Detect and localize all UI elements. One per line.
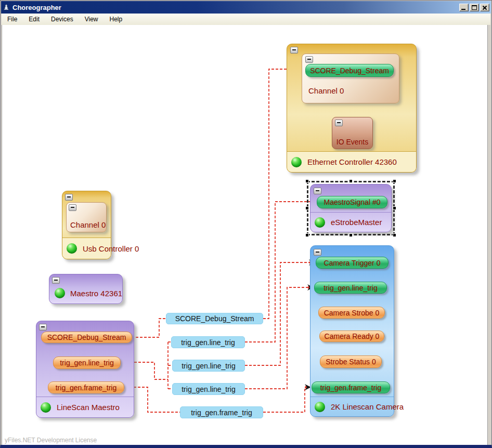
port-pill[interactable]: trig_gen.line_trig (53, 357, 121, 369)
menu-devices[interactable]: Devices (45, 14, 79, 24)
node-estrobemaster[interactable]: MaestroSignal #0 eStrobeMaster (310, 184, 392, 232)
selection-handle[interactable] (349, 179, 353, 183)
status-led (315, 402, 325, 412)
port-pill[interactable]: SCORE_Debug_Stream (41, 332, 132, 343)
collapse-button[interactable] (335, 120, 343, 126)
edge-label[interactable]: trig_gen.frame_trig (180, 406, 263, 418)
node-2k-linescan-camera[interactable]: Camera Trigger 0 trig_gen.line_trig Came… (310, 245, 394, 417)
collapse-button[interactable] (314, 188, 321, 194)
port-pill[interactable]: SCORE_Debug_Stream (305, 64, 394, 77)
port-pill[interactable]: MaestroSignal #0 (317, 196, 387, 208)
node-footer: eStrobeMaster (310, 212, 391, 232)
node-footer: 2K Linescan Camera (310, 397, 394, 416)
node-title: Ethernet Controller 42360 (307, 157, 397, 166)
node-title: 2K Linescan Camera (331, 402, 404, 411)
selection-handle[interactable] (393, 206, 396, 210)
status-led (291, 157, 302, 167)
channel-label: Channel 0 (308, 86, 344, 95)
connection-edge[interactable] (245, 287, 309, 389)
minimize-icon (461, 9, 465, 10)
node-usb-channel-group[interactable]: Channel 0 (66, 202, 107, 232)
connection-edge[interactable] (263, 387, 307, 412)
collapse-button[interactable] (39, 324, 47, 331)
port-pill[interactable]: trig_gen.frame_trig (312, 381, 390, 393)
node-footer: Usb Controller 0 (62, 238, 111, 259)
close-button[interactable] (480, 4, 489, 11)
status-led (315, 217, 325, 228)
maximize-button[interactable] (470, 4, 479, 11)
port-pill[interactable]: Camera Trigger 0 (316, 257, 389, 269)
port-pill[interactable]: Camera Strobe 0 (318, 307, 385, 319)
collapse-button[interactable] (290, 47, 298, 54)
node-ethernet-channel-group[interactable]: SCORE_Debug_Stream Channel 0 (302, 54, 399, 103)
collapse-button[interactable] (305, 56, 313, 63)
edge-label[interactable]: SCORE_Debug_Stream (166, 313, 263, 324)
app-icon (3, 4, 10, 11)
window-title: Choreographer (12, 4, 61, 11)
selection-handle[interactable] (305, 233, 309, 237)
edge-label[interactable]: trig_gen.line_trig (172, 360, 245, 372)
maximize-icon (472, 5, 477, 10)
collapse-button[interactable] (69, 204, 76, 211)
window-controls (458, 4, 489, 11)
port-pill[interactable]: trig_gen.frame_trig (48, 381, 124, 393)
node-title: Maestro 42361 (70, 289, 122, 298)
channel-label: Channel 0 (70, 220, 106, 229)
node-footer: LineScan Maestro (36, 397, 134, 417)
io-events-label: IO Events (332, 138, 372, 146)
menu-bar: File Edit Devices View Help (2, 14, 490, 25)
port-pill[interactable]: trig_gen.line_trig (314, 282, 387, 294)
menu-view[interactable]: View (79, 14, 104, 24)
node-io-events[interactable]: IO Events (332, 117, 373, 149)
menu-help[interactable]: Help (104, 14, 128, 24)
status-led (41, 402, 51, 413)
port-pill[interactable]: Strobe Status 0 (320, 355, 382, 368)
selection-handle[interactable] (305, 179, 309, 183)
graph-canvas[interactable]: SCORE_Debug_Stream Channel 0 IO Events E… (2, 25, 488, 445)
status-led (55, 288, 65, 298)
minimize-button[interactable] (459, 4, 469, 11)
node-title: LineScan Maestro (57, 403, 120, 412)
selection-handle[interactable] (393, 233, 396, 237)
menu-edit[interactable]: Edit (23, 14, 45, 24)
collapse-button[interactable] (52, 277, 60, 284)
app-window: Choreographer File Edit Devices View Hel… (0, 0, 492, 448)
node-maestro[interactable]: Maestro 42361 (49, 274, 123, 304)
selection-handle[interactable] (305, 206, 309, 210)
node-ethernet-controller[interactable]: SCORE_Debug_Stream Channel 0 IO Events E… (287, 44, 417, 173)
port-pill[interactable]: Camera Ready 0 (319, 331, 384, 342)
connection-edge[interactable] (132, 319, 166, 337)
node-title: eStrobeMaster (331, 218, 382, 227)
edge-label[interactable]: trig_gen.line_trig (171, 336, 245, 348)
node-linescan-maestro[interactable]: SCORE_Debug_Stream trig_gen.line_trig tr… (36, 321, 134, 418)
status-led (67, 243, 77, 254)
license-status-text: yFiles.NET Development License (5, 437, 97, 444)
title-bar[interactable]: Choreographer (1, 1, 491, 14)
edge-label[interactable]: trig_gen.line_trig (172, 383, 245, 395)
menu-file[interactable]: File (2, 14, 23, 24)
collapse-button[interactable] (65, 194, 73, 201)
node-footer: Ethernet Controller 42360 (287, 151, 416, 172)
node-title: Usb Controller 0 (83, 244, 139, 253)
node-usb-controller[interactable]: Channel 0 Usb Controller 0 (62, 191, 111, 259)
selection-handle[interactable] (349, 233, 353, 237)
collapse-button[interactable] (314, 249, 321, 256)
selection-handle[interactable] (393, 179, 396, 183)
